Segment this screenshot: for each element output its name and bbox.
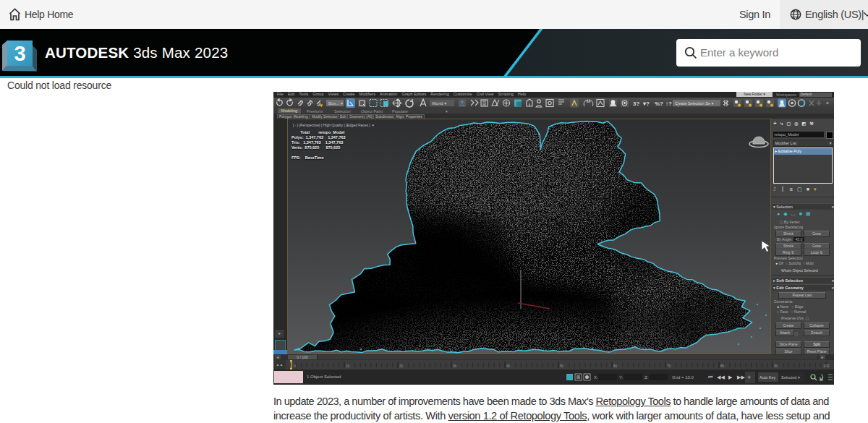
svg-text:80: 80 <box>720 364 725 368</box>
svg-text:▾?: ▾? <box>642 101 650 107</box>
svg-text:40: 40 <box>506 364 511 368</box>
svg-text:Auto Key: Auto Key <box>760 375 776 380</box>
svg-text:20: 20 <box>399 364 404 368</box>
svg-text:Y:: Y: <box>619 375 624 380</box>
svg-text:◀◀: ◀◀ <box>717 375 725 380</box>
svg-text:100: 100 <box>823 364 830 368</box>
svg-text:+: + <box>747 374 751 381</box>
svg-text:%?: %? <box>655 101 663 107</box>
svg-text:60: 60 <box>613 364 618 368</box>
svg-text:Grid = 10.0: Grid = 10.0 <box>672 375 694 380</box>
svg-text:50: 50 <box>560 364 564 368</box>
svg-text:World ▾: World ▾ <box>432 101 446 106</box>
svg-text:▶: ▶ <box>728 375 733 380</box>
svg-text:0: 0 <box>294 364 296 368</box>
svg-text:▶▶: ▶▶ <box>737 375 745 380</box>
svg-text:Box... ▾: Box... ▾ <box>328 101 343 106</box>
svg-text:30: 30 <box>453 364 457 368</box>
svg-text:Create Selection Se ▾: Create Selection Se ▾ <box>675 101 713 106</box>
svg-text:3: 3 <box>14 42 25 65</box>
svg-text:70: 70 <box>667 364 671 368</box>
svg-text:90: 90 <box>774 364 778 368</box>
svg-text:⏮: ⏮ <box>708 375 712 380</box>
svg-text:X:: X: <box>594 375 598 380</box>
svg-text:3?: 3? <box>633 101 639 107</box>
svg-text:↕?: ↕? <box>665 101 672 107</box>
svg-text:Selected ▾: Selected ▾ <box>781 375 800 380</box>
svg-text:Z:: Z: <box>644 375 649 380</box>
svg-text:10: 10 <box>346 364 350 368</box>
